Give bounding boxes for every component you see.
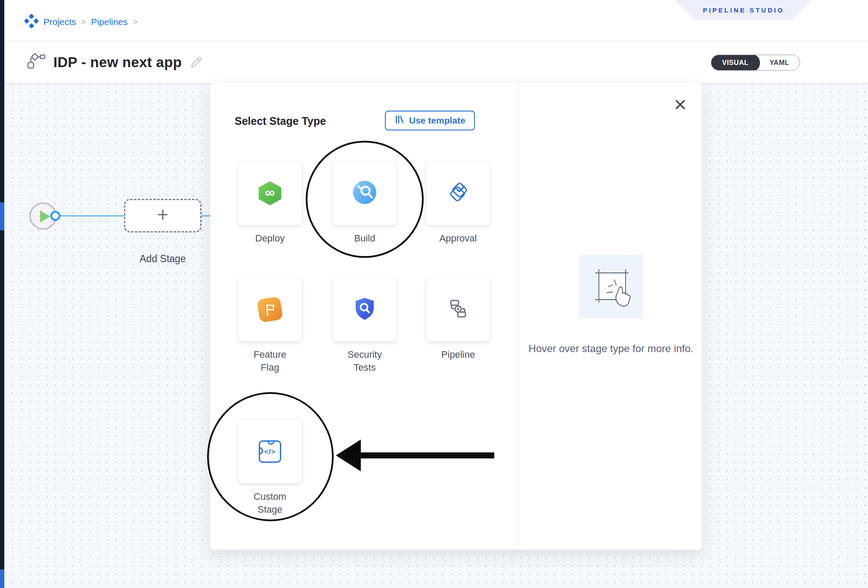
use-template-label: Use template [409,115,465,126]
breadcrumb-separator: > [81,18,86,27]
nav-rail-bottom-item[interactable] [0,569,4,588]
modal-section-divider [518,83,519,550]
pipeline-studio-badge: PIPELINE STUDIO [675,0,812,20]
feature-flag-card[interactable] [238,278,302,341]
stage-label: Approval [440,232,477,245]
hover-hand-illustration [579,255,643,319]
visual-yaml-toggle: VISUAL YAML [711,55,800,71]
stage-label: Feature Flag [244,348,296,374]
pipeline-studio-page: Projects > Pipelines > PIPELINE STUDIO I… [0,0,868,588]
breadcrumb-projects[interactable]: Projects [43,17,76,27]
breadcrumb: Projects > Pipelines > [25,14,137,30]
modal-heading: Select Stage Type [235,115,326,127]
use-template-button[interactable]: Use template [385,111,475,130]
build-ci-icon [352,180,377,207]
stage-label: Custom Stage [244,490,296,516]
deploy-cd-icon: ∞ [258,181,282,205]
infinity-glyph: ∞ [265,185,275,201]
pipeline-card[interactable] [426,278,490,341]
feature-flag-icon [257,296,283,323]
security-tests-card[interactable] [333,278,397,341]
toggle-yaml[interactable]: YAML [759,55,800,71]
build-card[interactable] [333,161,397,225]
stage-label: Security Tests [338,348,391,374]
plus-icon: + [157,203,169,226]
stage-label: Deploy [255,232,285,245]
pipeline-edge [59,215,125,217]
approval-card[interactable] [426,161,490,225]
code-glyph: </> [260,448,280,456]
stage-type-feature-flag: Feature Flag [238,278,302,374]
stage-type-security-tests: Security Tests [333,278,397,374]
stage-type-custom-stage: </> Custom Stage [238,420,302,516]
add-stage-button[interactable]: + [124,199,202,232]
stage-type-build: Build [333,161,397,245]
breadcrumb-pipelines[interactable]: Pipelines [91,17,127,27]
info-panel-text: Hover over stage type for more info. [525,340,697,356]
deploy-card[interactable]: ∞ [238,161,302,225]
add-stage-label: Add Stage [124,253,202,265]
approval-check-icon [446,180,471,207]
title-bar: IDP - new next app VISUAL YAML [4,41,868,83]
nav-rail[interactable] [0,0,4,588]
start-node-connector[interactable] [50,211,60,221]
stage-type-pipeline: Pipeline [426,278,490,361]
play-icon [40,210,50,223]
stamp-notch [267,440,275,445]
pipeline-flowchart-icon [26,53,46,71]
breadcrumb-separator: > [133,18,138,27]
close-icon[interactable] [673,98,687,111]
toggle-visual[interactable]: VISUAL [711,55,760,71]
custom-stage-card[interactable]: </> [238,420,302,483]
stage-type-approval: Approval [426,161,490,245]
page-title: IDP - new next app [53,54,182,71]
stage-type-deploy: ∞ Deploy [238,161,302,245]
pipeline-studio-badge-label: PIPELINE STUDIO [703,6,784,14]
select-stage-type-modal: Select Stage Type Use template ∞ Deploy [210,83,702,550]
nav-rail-active-item[interactable] [0,202,4,230]
stage-label: Build [354,232,375,245]
breadcrumb-bar: Projects > Pipelines > PIPELINE STUDIO [4,0,868,41]
stage-label: Pipeline [441,348,475,361]
pipeline-chain-icon [446,297,470,322]
harness-logo-icon[interactable] [25,14,38,30]
custom-stage-code-icon: </> [259,440,281,463]
security-shield-icon [353,296,377,323]
template-library-icon [394,115,404,127]
edit-title-pencil-icon[interactable] [189,55,202,70]
